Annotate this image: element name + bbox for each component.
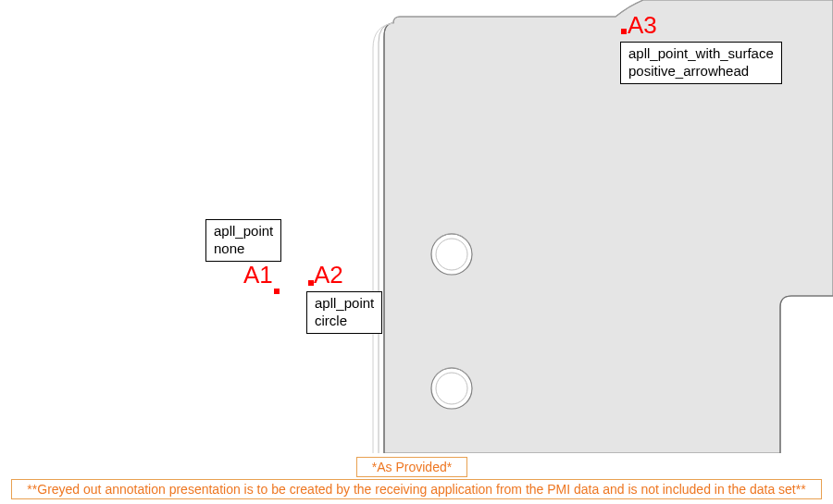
svg-point-2 <box>431 368 472 409</box>
footer-caption: *As Provided* <box>356 457 467 477</box>
footer-note: **Greyed out annotation presentation is … <box>11 479 822 499</box>
a3-box: apll_point_with_surface positive_arrowhe… <box>620 42 782 84</box>
a1-box: apll_point none <box>205 219 281 262</box>
a2-box: apll_point circle <box>306 291 382 334</box>
a3-point <box>621 29 627 34</box>
hole-lower <box>431 368 472 409</box>
a2-box-line1: apll_point <box>315 295 374 311</box>
a1-box-line2: none <box>214 240 244 256</box>
a3-label: A3 <box>628 11 657 40</box>
a2-box-line2: circle <box>315 313 347 328</box>
a2-label: A2 <box>314 261 343 289</box>
a1-box-line1: apll_point <box>214 223 273 239</box>
a3-box-line2: positive_arrowhead <box>628 63 749 79</box>
hole-upper <box>431 234 472 275</box>
a3-box-line1: apll_point_with_surface <box>628 45 774 61</box>
svg-point-0 <box>431 234 472 275</box>
a1-point <box>274 289 280 294</box>
a1-label: A1 <box>243 261 273 289</box>
